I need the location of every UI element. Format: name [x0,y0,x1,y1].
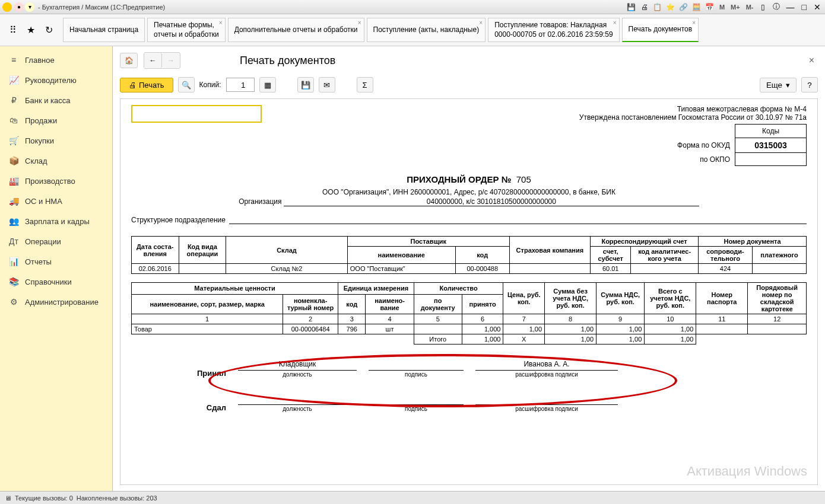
min-circle-icon[interactable]: ▾ [25,2,34,12]
sidebar-item-4[interactable]: 🛒Покупки [0,130,112,151]
tab-close-icon[interactable]: × [692,20,696,26]
preview-button[interactable]: 🔍 [178,77,195,92]
sidebar-icon: 🚚 [8,196,19,206]
copies-input[interactable] [226,78,255,92]
memory-m[interactable]: M [718,4,726,11]
home-button[interactable]: 🏠 [120,53,138,68]
header-table: Дата соста- вления Код вида операции Скл… [131,236,807,274]
sidebar-icon: 📊 [8,256,19,267]
save-icon[interactable]: 💾 [627,2,636,12]
document-area[interactable]: Типовая межотраслевая форма № М-4 Утверж… [120,98,818,485]
maximize-icon[interactable]: □ [800,2,808,12]
sidebar-icon: 📈 [8,75,19,85]
tab-5[interactable]: Печать документов× [622,18,699,42]
status-current: Текущие вызовы: 0 [15,495,73,502]
okpo-value [735,153,807,166]
memory-mplus[interactable]: M+ [729,4,741,11]
help-button[interactable]: ? [801,77,818,92]
col-num: 8 [545,314,596,324]
sidebar-label: Справочники [25,277,72,286]
total-row: Итого 1,000 X 1,00 1,00 1,00 [132,334,807,344]
tab-2[interactable]: Дополнительные отчеты и обработки× [228,18,364,42]
sidebar-icon: 🏭 [8,176,19,186]
page-close-button[interactable]: × [805,54,818,67]
close-circle-icon[interactable]: ● [14,2,24,12]
sidebar-item-0[interactable]: ≡Главное [0,50,112,70]
minimize-icon[interactable]: — [785,2,797,12]
disk-button[interactable]: 💾 [297,77,314,92]
sidebar-item-8[interactable]: 👥Зарплата и кадры [0,211,112,231]
tab-close-icon[interactable]: × [358,20,361,26]
sidebar-icon: 👥 [8,216,19,227]
accepted-signature [369,360,464,371]
star-icon[interactable]: ★ [25,24,37,36]
sidebar-item-7[interactable]: 🚚ОС и НМА [0,191,112,211]
sidebar: ≡Главное📈Руководителю₽Банк и касса🛍Прода… [0,46,113,491]
status-icon: 🖥 [5,495,11,502]
info-icon[interactable]: ⓘ [772,2,781,12]
print-button-label: Печать [139,81,164,90]
gave-signature [369,394,464,405]
print-icon[interactable]: 🖨 [640,2,649,12]
page-title: Печать документов [240,55,335,67]
selection-box[interactable] [131,105,262,123]
document-title: ПРИХОДНЫЙ ОРДЕР № 705 [131,174,807,184]
sidebar-item-3[interactable]: 🛍Продажи [0,110,112,130]
okpo-label: по ОКПО [671,153,735,166]
favorite-icon[interactable]: ⭐ [666,2,675,12]
sidebar-item-5[interactable]: 📦Склад [0,151,112,171]
tab-label: Начальная страница [69,25,138,35]
col-num: 11 [696,314,748,324]
sidebar-label: Главное [25,56,55,65]
back-button[interactable]: ← [144,53,162,68]
tab-1[interactable]: Печатные формы, отчеты и обработки× [147,18,226,42]
panel-icon[interactable]: ▯ [759,2,768,12]
history-icon[interactable]: ↻ [43,24,55,36]
tab-close-icon[interactable]: × [613,20,617,26]
col-num: 10 [645,314,696,324]
more-button[interactable]: Еще ▾ [760,78,797,92]
col-num: 4 [366,314,414,324]
table-button[interactable]: ▦ [259,77,276,92]
sidebar-item-10[interactable]: 📊Отчеты [0,251,112,272]
sidebar-label: Операции [25,237,61,246]
mail-button[interactable]: ✉ [319,77,335,92]
signature-block: Принял Кладовщикдолжность подпись Иванов… [131,360,807,412]
sidebar-label: Продажи [25,116,57,125]
sidebar-label: ОС и НМА [25,197,62,206]
sidebar-icon: ≡ [8,55,19,65]
tab-close-icon[interactable]: × [479,20,483,26]
print-button[interactable]: 🖨 Печать [120,78,173,92]
sidebar-item-2[interactable]: ₽Банк и касса [0,90,112,110]
close-icon[interactable]: ✕ [812,2,823,12]
okud-label: Форма по ОКУД [671,138,735,153]
titlebar-right-icons: 💾 🖨 📋 ⭐ 🔗 🧮 📅 M M+ M- ▯ ⓘ — □ ✕ [627,2,823,12]
sum-button[interactable]: Σ [357,77,373,92]
link-icon[interactable]: 🔗 [679,2,688,12]
sidebar-item-12[interactable]: ⚙Администрирование [0,292,112,312]
sidebar-icon: Дт [8,236,19,247]
copy-icon[interactable]: 📋 [653,2,662,12]
more-button-label: Еще [766,81,782,90]
sidebar-item-6[interactable]: 🏭Производство [0,171,112,191]
tab-label: Дополнительные отчеты и обработки [234,25,358,35]
calc-icon[interactable]: 🧮 [692,2,702,12]
tab-label: Поступление (акты, накладные) [373,25,480,35]
copies-label: Копий: [199,81,221,89]
window-control-left: ● ▾ [14,2,34,12]
tab-0[interactable]: Начальная страница [63,18,145,42]
col-num: 3 [338,314,366,324]
sidebar-item-11[interactable]: 📚Справочники [0,272,112,292]
sidebar-item-1[interactable]: 📈Руководителю [0,70,112,90]
calendar-icon[interactable]: 📅 [705,2,715,12]
col-num: 5 [414,314,462,324]
tab-close-icon[interactable]: × [219,20,223,26]
titlebar: ● ▾ - Бухгалтерия / Максим (1С:Предприят… [0,0,825,14]
sidebar-item-9[interactable]: ДтОперации [0,231,112,251]
forward-button[interactable]: → [162,53,180,68]
apps-icon[interactable]: ⠿ [7,24,19,36]
form-note-1: Типовая межотраслевая форма № М-4 [579,105,807,113]
memory-mminus[interactable]: M- [745,4,755,11]
tab-4[interactable]: Поступление товаров: Накладная 0000-0007… [488,18,619,42]
tab-3[interactable]: Поступление (акты, накладные)× [367,18,486,42]
